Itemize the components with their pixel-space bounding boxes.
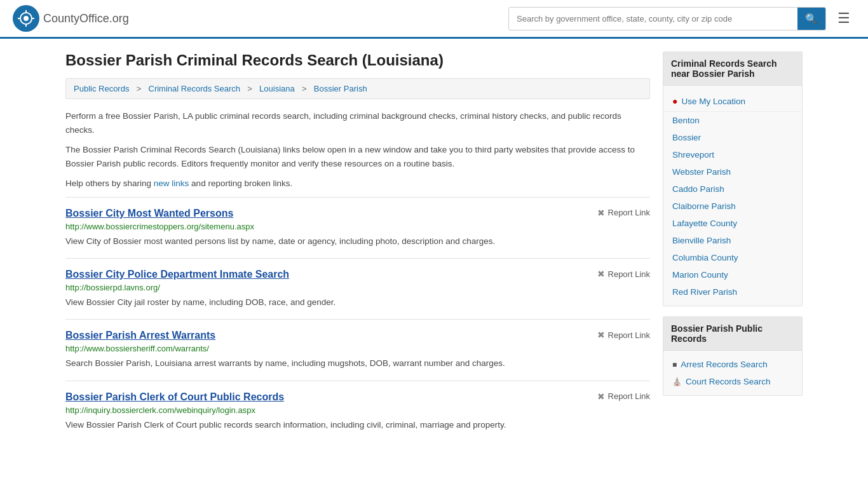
- sidebar-link-bossier[interactable]: Bossier: [663, 129, 802, 146]
- logo-org: .org: [109, 12, 129, 25]
- report-icon: ✖: [597, 269, 605, 279]
- location-pin-icon: ●: [672, 96, 677, 106]
- logo-brand: CountyOffice: [43, 12, 109, 25]
- sidebar-public-records-header: Bossier Parish Public Records: [663, 317, 802, 351]
- result-title-4[interactable]: Bossier Parish Clerk of Court Public Rec…: [65, 391, 284, 403]
- sidebar-link-red-river-parish[interactable]: Red River Parish: [663, 283, 802, 301]
- sidebar-link-webster-parish[interactable]: Webster Parish: [663, 163, 802, 180]
- report-link-4[interactable]: ✖ Report Link: [597, 391, 650, 402]
- sidebar-public-records-section: Bossier Parish Public Records ■ Arrest R…: [663, 316, 803, 396]
- breadcrumb-bossier-parish[interactable]: Bossier Parish: [314, 84, 367, 93]
- sidebar-nearby-section: Criminal Records Search near Bossier Par…: [663, 51, 803, 306]
- report-icon: ✖: [597, 330, 605, 340]
- result-header: Bossier Parish Clerk of Court Public Rec…: [65, 391, 650, 403]
- breadcrumb-criminal-records-search[interactable]: Criminal Records Search: [149, 84, 241, 93]
- content-area: Bossier Parish Criminal Records Search (…: [65, 51, 650, 442]
- svg-point-2: [24, 16, 29, 21]
- result-item: Bossier City Most Wanted Persons ✖ Repor…: [65, 197, 650, 258]
- sidebar-link-caddo-parish[interactable]: Caddo Parish: [663, 180, 802, 198]
- arrest-records-icon: ■: [672, 360, 677, 369]
- result-header: Bossier City Most Wanted Persons ✖ Repor…: [65, 208, 650, 219]
- result-header: Bossier Parish Arrest Warrants ✖ Report …: [65, 330, 650, 341]
- report-link-3[interactable]: ✖ Report Link: [597, 330, 650, 340]
- sidebar-link-bienville-parish[interactable]: Bienville Parish: [663, 232, 802, 249]
- result-url-4[interactable]: http://inquiry.bossierclerk.com/webinqui…: [65, 405, 650, 415]
- court-records-icon: ⛪: [672, 377, 682, 386]
- sidebar-link-benton[interactable]: Benton: [663, 112, 802, 129]
- breadcrumb-louisiana[interactable]: Louisiana: [259, 84, 295, 93]
- logo-text: CountyOffice.org: [43, 12, 129, 25]
- intro-paragraph-2: The Bossier Parish Criminal Records Sear…: [65, 143, 650, 170]
- breadcrumb-public-records[interactable]: Public Records: [74, 84, 129, 93]
- sidebar-nearby-body: ● Use My Location Benton Bossier Shrevep…: [663, 86, 802, 306]
- sidebar-public-records-body: ■ Arrest Records Search ⛪ Court Records …: [663, 351, 802, 395]
- result-desc-1: View City of Bossier most wanted persons…: [65, 235, 650, 248]
- search-button[interactable]: 🔍: [797, 8, 825, 30]
- hamburger-menu-icon[interactable]: ☰: [832, 8, 855, 29]
- result-url-3[interactable]: http://www.bossiersheriff.com/warrants/: [65, 344, 650, 353]
- sidebar-use-my-location[interactable]: ● Use My Location: [663, 91, 802, 112]
- main-container: Bossier Parish Criminal Records Search (…: [53, 39, 815, 454]
- logo-area[interactable]: CountyOffice.org: [13, 5, 129, 32]
- page-title: Bossier Parish Criminal Records Search (…: [65, 51, 650, 69]
- sidebar-link-marion-county[interactable]: Marion County: [663, 266, 802, 283]
- intro-paragraph-3: Help others by sharing new links and rep…: [65, 177, 650, 191]
- result-title-3[interactable]: Bossier Parish Arrest Warrants: [65, 330, 215, 341]
- intro-paragraph-1: Perform a free Bossier Parish, LA public…: [65, 109, 650, 137]
- sidebar-court-records-link[interactable]: ⛪ Court Records Search: [663, 373, 802, 390]
- sidebar-link-shreveport[interactable]: Shreveport: [663, 146, 802, 163]
- new-links-link[interactable]: new links: [154, 179, 189, 188]
- result-item: Bossier City Police Department Inmate Se…: [65, 258, 650, 319]
- logo-icon: [13, 5, 39, 32]
- result-desc-2: View Bossier City jail roster by name, i…: [65, 296, 650, 309]
- sidebar: Criminal Records Search near Bossier Par…: [663, 51, 803, 442]
- sidebar-link-lafayette-county[interactable]: Lafayette County: [663, 215, 802, 232]
- result-url-2[interactable]: http://bossierpd.lavns.org/: [65, 283, 650, 292]
- result-desc-4: View Bossier Parish Clerk of Court publi…: [65, 419, 650, 431]
- search-input[interactable]: [509, 9, 797, 29]
- sidebar-arrest-records-link[interactable]: ■ Arrest Records Search: [663, 356, 802, 373]
- result-desc-3: Search Bossier Parish, Louisiana arrest …: [65, 357, 650, 370]
- breadcrumb: Public Records > Criminal Records Search…: [65, 78, 650, 99]
- report-icon: ✖: [597, 391, 605, 402]
- site-header: CountyOffice.org 🔍 ☰: [0, 0, 868, 39]
- sidebar-nearby-header: Criminal Records Search near Bossier Par…: [663, 52, 802, 86]
- report-link-2[interactable]: ✖ Report Link: [597, 269, 650, 279]
- result-title-2[interactable]: Bossier City Police Department Inmate Se…: [65, 269, 289, 280]
- result-title-1[interactable]: Bossier City Most Wanted Persons: [65, 208, 233, 219]
- result-url-1[interactable]: http://www.bossiercrimestoppers.org/site…: [65, 222, 650, 231]
- sidebar-link-columbia-county[interactable]: Columbia County: [663, 249, 802, 266]
- search-bar[interactable]: 🔍: [508, 7, 826, 30]
- result-header: Bossier City Police Department Inmate Se…: [65, 269, 650, 280]
- report-link-1[interactable]: ✖ Report Link: [597, 208, 650, 218]
- report-icon: ✖: [597, 208, 605, 218]
- result-item: Bossier Parish Clerk of Court Public Rec…: [65, 381, 650, 442]
- result-item: Bossier Parish Arrest Warrants ✖ Report …: [65, 319, 650, 380]
- header-right: 🔍 ☰: [508, 7, 855, 30]
- sidebar-link-claiborne-parish[interactable]: Claiborne Parish: [663, 198, 802, 215]
